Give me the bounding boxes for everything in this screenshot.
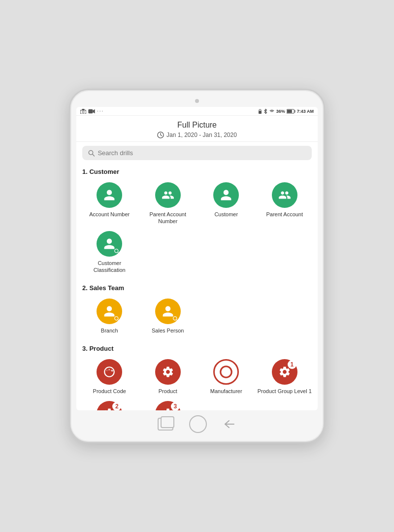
customer-grid: Account Number Parent Account Number Cus…	[76, 177, 318, 280]
wifi-icon	[269, 109, 275, 113]
drill-item-customer-classification[interactable]: Customer Classification	[80, 228, 139, 277]
camera-icon	[80, 109, 86, 114]
nav-back-button[interactable]	[223, 417, 236, 431]
parent-account-label: Parent Account	[266, 211, 303, 218]
date-range-text: Jan 1, 2020 - Jan 31, 2020	[166, 132, 237, 138]
branch-label: Branch	[101, 327, 118, 334]
tablet-device: ··· 36% 7:43 AM Full Picture	[69, 89, 325, 443]
tablet-screen: ··· 36% 7:43 AM Full Picture	[76, 107, 318, 410]
product-grid: Product Code Product Manufacturer	[76, 354, 318, 410]
battery-icon	[287, 109, 296, 114]
section-sales-team: 2. Sales Team Branch	[76, 280, 318, 341]
svg-rect-5	[259, 111, 262, 114]
bluetooth-icon	[263, 109, 267, 114]
svg-rect-3	[88, 109, 93, 113]
tablet-camera	[195, 99, 199, 103]
search-icon	[88, 150, 95, 157]
manufacturer-label: Manufacturer	[210, 388, 242, 395]
svg-marker-4	[93, 109, 95, 113]
svg-rect-7	[287, 109, 292, 112]
product-code-label: Product Code	[93, 388, 126, 395]
section-customer: 1. Customer Account Number Parent Accoun…	[76, 164, 318, 280]
product-icon	[155, 359, 181, 385]
svg-point-11	[221, 366, 232, 378]
section-customer-title: 1. Customer	[76, 164, 318, 177]
customer-icon	[213, 182, 239, 208]
video-icon	[88, 109, 95, 114]
drill-item-sales-person[interactable]: Sales Person	[139, 296, 197, 337]
section-sales-team-title: 2. Sales Team	[76, 280, 318, 294]
svg-point-1	[82, 111, 84, 113]
drill-item-product-code[interactable]: Product Code	[80, 356, 139, 398]
section-product-title: 3. Product	[76, 341, 318, 354]
parent-account-icon	[272, 182, 297, 208]
drill-item-parent-account-number[interactable]: Parent Account Number	[139, 179, 197, 228]
drill-item-parent-account[interactable]: Parent Account	[256, 179, 314, 228]
clock-icon	[157, 132, 164, 138]
branch-icon	[97, 299, 122, 324]
parent-account-number-icon	[155, 182, 181, 208]
svg-rect-0	[80, 110, 86, 114]
drill-item-account-number[interactable]: Account Number	[80, 179, 139, 228]
drill-item-manufacturer[interactable]: Manufacturer	[197, 356, 256, 398]
sales-team-grid: Branch Sales Person	[76, 294, 318, 341]
drill-item-product-group-level-2[interactable]: 2 Product Group Level 2	[80, 398, 139, 410]
svg-rect-2	[82, 109, 85, 110]
status-right-info: 36% 7:43 AM	[258, 109, 314, 114]
product-group-level-1-label: Product Group Level 1	[258, 388, 312, 395]
customer-classification-icon	[97, 231, 122, 257]
product-group-level-3-icon: 3	[155, 401, 181, 410]
account-number-icon	[97, 182, 122, 208]
customer-classification-label: Customer Classification	[82, 260, 137, 274]
page-title: Full Picture	[84, 121, 310, 130]
product-group-level-1-icon: 1	[272, 359, 297, 385]
section-product: 3. Product Product Code Product	[76, 341, 318, 410]
more-dots: ···	[97, 108, 104, 114]
product-group-level-2-icon: 2	[97, 401, 122, 410]
svg-line-10	[93, 154, 95, 156]
manufacturer-icon	[213, 359, 239, 385]
drill-item-branch[interactable]: Branch	[80, 296, 139, 337]
battery-percent: 36%	[276, 109, 285, 114]
product-code-icon	[97, 359, 122, 385]
search-input[interactable]	[98, 149, 306, 157]
customer-label: Customer	[214, 211, 238, 218]
date-range: Jan 1, 2020 - Jan 31, 2020	[84, 132, 310, 138]
badge-1: 1	[288, 360, 296, 369]
sales-person-icon	[155, 299, 181, 324]
product-label: Product	[159, 388, 177, 395]
badge-2: 2	[112, 402, 121, 410]
tablet-nav-bar	[158, 410, 236, 436]
parent-account-number-label: Parent Account Number	[141, 211, 196, 225]
status-bar: ··· 36% 7:43 AM	[76, 107, 318, 116]
nav-home-button[interactable]	[189, 415, 207, 433]
status-left-icons: ···	[80, 108, 104, 114]
time-display: 7:43 AM	[297, 109, 314, 114]
account-number-label: Account Number	[89, 211, 130, 218]
sales-person-label: Sales Person	[152, 327, 184, 334]
search-bar[interactable]	[82, 146, 312, 160]
badge-3: 3	[171, 402, 180, 410]
nav-recents-button[interactable]	[158, 418, 173, 431]
screen-content: Full Picture Jan 1, 2020 - Jan 31, 2020	[76, 116, 318, 410]
lock-icon	[258, 109, 262, 114]
drill-item-product-group-level-1[interactable]: 1 Product Group Level 1	[256, 356, 314, 398]
drill-item-product[interactable]: Product	[139, 356, 197, 398]
drill-item-product-group-level-3[interactable]: 3 Product Group Level 3	[139, 398, 197, 410]
drill-item-customer[interactable]: Customer	[197, 179, 256, 228]
header-section: Full Picture Jan 1, 2020 - Jan 31, 2020	[76, 116, 318, 142]
